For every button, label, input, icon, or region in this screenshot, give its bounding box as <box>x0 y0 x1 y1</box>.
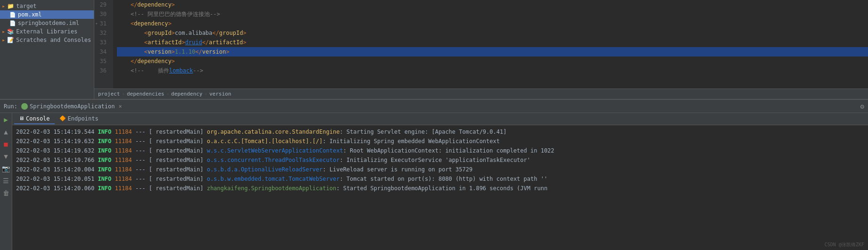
breadcrumb-project[interactable]: project <box>98 91 120 97</box>
external-icon: 📚 <box>7 28 14 35</box>
log-line-4: 2022-02-03 15:14:20.004 INFO 11184 --- [… <box>16 165 864 174</box>
code-line-29: </ dependency > <box>117 0 868 9</box>
restart-icon[interactable]: ▶ <box>1 115 11 124</box>
log-line-1: 2022-02-03 15:14:19.632 INFO 11184 --- [… <box>16 137 864 146</box>
sidebar-item-external[interactable]: ▸ 📚 External Libraries <box>0 27 94 36</box>
tab-console-label: Console <box>26 115 50 122</box>
run-tab-close[interactable]: × <box>119 103 122 110</box>
code-line-33: < artifactId > druid </ artifactId > <box>117 38 868 47</box>
log-line-5: 2022-02-03 15:14:20.051 INFO 11184 --- [… <box>16 174 864 184</box>
tab-console[interactable]: 🖥 Console <box>14 114 55 124</box>
sidebar-item-springbootdemo-label: springbootdemo.iml <box>18 20 79 26</box>
sidebar-item-pom-label: pom.xml <box>18 11 42 18</box>
log-line-3: 2022-02-03 15:14:19.766 INFO 11184 --- [… <box>16 155 864 165</box>
run-tab-label: SpringbootdemoApplication <box>30 103 115 110</box>
trash-icon[interactable]: 🗑 <box>1 188 11 198</box>
sidebar-item-scratches[interactable]: ▸ 📝 Scratches and Consoles <box>0 36 94 44</box>
line-num-33: 33 <box>94 38 109 47</box>
endpoints-icon: 🔶 <box>59 115 66 121</box>
log-line-6: 2022-02-03 15:14:20.060 INFO 11184 --- [… <box>16 184 864 193</box>
app-run-icon <box>21 103 28 110</box>
chevron-right-icon-scratch: ▸ <box>2 37 5 43</box>
sidebar-item-scratches-label: Scratches and Consoles <box>16 37 91 43</box>
scratches-icon: 📝 <box>7 37 14 43</box>
iml-file-icon: 📄 <box>9 20 16 26</box>
down-icon[interactable]: ▼ <box>1 152 11 161</box>
code-line-36: <!-- 插件 lomback --> <box>117 66 868 75</box>
breadcrumb-dependencies[interactable]: dependencies <box>127 91 164 97</box>
console-icon: 🖥 <box>19 115 24 121</box>
code-line-30: <!-- 阿里巴巴的德鲁伊连接池--> <box>117 9 868 19</box>
bottom-panel: Run: SpringbootdemoApplication × ⚙ ▶ ▲ ■… <box>0 99 868 250</box>
breadcrumb-dependency[interactable]: dependency <box>171 91 202 97</box>
chevron-right-icon-ext: ▸ <box>2 28 5 35</box>
sidebar-item-target-icon: 📁 <box>7 3 14 9</box>
code-line-35: </ dependency > <box>117 56 868 66</box>
up-icon[interactable]: ▲ <box>1 127 11 137</box>
list-icon[interactable]: ☰ <box>1 176 11 185</box>
code-line-34: < version > 1.1.10 </ version > <box>117 47 868 56</box>
line-num-35: 35 <box>94 56 109 66</box>
pom-file-icon: 📄 <box>9 12 16 18</box>
line-num-29: 29 <box>94 0 109 9</box>
breadcrumb: project › dependencies › dependency › ve… <box>94 89 868 99</box>
top-area: ▸ 📁 target 📄 pom.xml 📄 springbootdemo.im… <box>0 0 868 99</box>
breadcrumb-version[interactable]: version <box>209 91 231 97</box>
line-num-30: 30 <box>94 9 109 19</box>
line-num-31: ▾31 <box>94 19 109 28</box>
log-line-2: 2022-02-03 15:14:19.632 INFO 11184 --- [… <box>16 146 864 155</box>
console-tabs: 🖥 Console 🔶 Endpoints <box>12 113 868 125</box>
run-bar: Run: SpringbootdemoApplication × ⚙ <box>0 100 868 113</box>
watermark: CSDN @张凯锋ZKF <box>825 242 864 248</box>
line-num-36: 36 <box>94 66 109 75</box>
line-num-34: 34 <box>94 47 109 56</box>
log-container: 2022-02-03 15:14:19.544 INFO 11184 --- [… <box>16 127 864 193</box>
run-label: Run: <box>4 103 17 110</box>
sidebar-item-target-label: target <box>16 3 36 9</box>
gear-icon[interactable]: ⚙ <box>860 103 864 110</box>
sidebar-item-springbootdemo[interactable]: 📄 springbootdemo.iml <box>0 19 94 27</box>
stop-icon[interactable]: ■ <box>1 139 11 149</box>
code-line-32: < groupId > com.alibaba </ groupId > <box>117 28 868 38</box>
bottom-left-icons: ▶ ▲ ■ ▼ 📷 ☰ 🗑 <box>0 113 12 250</box>
tab-endpoints[interactable]: 🔶 Endpoints <box>55 114 103 124</box>
sidebar-item-external-label: External Libraries <box>16 28 77 35</box>
line-num-32: 32 <box>94 28 109 38</box>
sidebar-item-target[interactable]: ▸ 📁 target <box>0 2 94 10</box>
tab-endpoints-label: Endpoints <box>68 115 99 122</box>
editor-area: 29 30 ▾31 32 33 34 35 36 </ dependency > <box>94 0 868 99</box>
code-lines[interactable]: </ dependency > <!-- 阿里巴巴的德鲁伊连接池--> < de… <box>113 0 868 89</box>
sidebar: ▸ 📁 target 📄 pom.xml 📄 springbootdemo.im… <box>0 0 94 99</box>
sidebar-item-pom[interactable]: 📄 pom.xml <box>0 10 94 19</box>
console-output: 2022-02-03 15:14:19.544 INFO 11184 --- [… <box>12 125 868 250</box>
editor-content: 29 30 ▾31 32 33 34 35 36 </ dependency > <box>94 0 868 89</box>
code-line-31: < dependency > <box>117 19 868 28</box>
log-line-0: 2022-02-03 15:14:19.544 INFO 11184 --- [… <box>16 127 864 137</box>
run-tab[interactable]: SpringbootdemoApplication × <box>21 103 122 110</box>
line-numbers: 29 30 ▾31 32 33 34 35 36 <box>94 0 113 89</box>
camera-icon[interactable]: 📷 <box>1 164 11 173</box>
chevron-right-icon: ▸ <box>2 3 5 9</box>
